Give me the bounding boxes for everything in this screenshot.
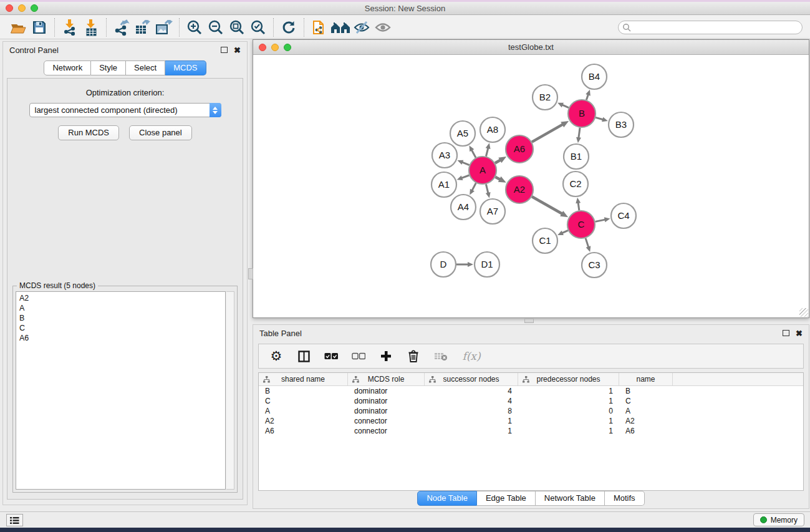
export-image-button[interactable] <box>153 17 175 37</box>
graph-edge[interactable] <box>595 117 604 120</box>
import-table-button[interactable] <box>80 17 102 37</box>
graph-edge[interactable] <box>595 220 606 222</box>
node-table: shared name MCDS role successor nodes pr… <box>258 372 804 491</box>
network-graph[interactable]: B4B2BB3A5A8A6B1A3AC2A1A2A4A7C4CC1C3DD1 <box>253 55 809 317</box>
close-panel-icon[interactable]: ✖ <box>796 329 803 337</box>
graph-node-label: A5 <box>457 128 468 138</box>
houses-icon <box>330 20 351 35</box>
optimization-criterion-dropdown[interactable]: largest connected component (directed) <box>29 103 221 117</box>
select-all-button[interactable] <box>324 349 339 364</box>
table-row[interactable]: C dominator 4 1 C <box>259 396 803 406</box>
search-field[interactable] <box>618 21 803 34</box>
show-columns-button[interactable] <box>296 349 311 364</box>
graph-edge[interactable] <box>532 124 563 142</box>
graph-edge[interactable] <box>486 147 488 157</box>
graph-edge[interactable] <box>532 196 562 214</box>
resize-grip-icon[interactable] <box>799 308 808 317</box>
graph-edge[interactable] <box>461 162 470 165</box>
run-mcds-button[interactable]: Run MCDS <box>58 125 119 140</box>
import-network-icon <box>62 19 78 36</box>
show-all-button[interactable] <box>372 17 393 37</box>
list-item[interactable]: A <box>19 303 225 313</box>
eye-slash-icon <box>353 20 370 35</box>
task-history-button[interactable] <box>6 514 23 526</box>
graph-edge[interactable] <box>461 175 469 178</box>
table-row[interactable]: B dominator 4 1 B <box>259 386 803 396</box>
table-row[interactable]: A6 connector 1 1 A6 <box>259 426 803 436</box>
table-row[interactable]: A2 connector 1 1 A2 <box>259 416 803 426</box>
list-item[interactable]: C <box>19 323 225 333</box>
list-item[interactable]: B <box>19 313 225 323</box>
tab-network-table[interactable]: Network Table <box>536 491 605 506</box>
tab-network[interactable]: Network <box>44 60 91 75</box>
graph-edge[interactable] <box>471 183 476 191</box>
zoom-fit-icon <box>229 19 245 36</box>
column-header-shared-name[interactable]: shared name <box>259 373 348 385</box>
close-panel-icon[interactable]: ✖ <box>234 46 241 54</box>
zoom-fit-button[interactable] <box>226 17 248 37</box>
float-panel-icon[interactable] <box>783 330 789 336</box>
fx-icon: f(x) <box>462 350 480 362</box>
graph-edge[interactable] <box>586 238 589 248</box>
graph-node-label: C3 <box>588 259 600 270</box>
graph-edge[interactable] <box>471 149 476 157</box>
table-panel-header: Table Panel ✖ <box>253 325 809 341</box>
save-session-button[interactable] <box>29 17 50 37</box>
destroy-table-button[interactable] <box>433 349 448 364</box>
column-header-predecessor-nodes[interactable]: predecessor nodes <box>518 373 619 385</box>
tab-select[interactable]: Select <box>126 60 165 75</box>
splitter-handle-bottom[interactable] <box>524 319 534 323</box>
zoom-in-button[interactable] <box>184 17 205 37</box>
memory-button[interactable]: Memory <box>753 513 804 526</box>
graph-edge[interactable] <box>578 202 579 210</box>
table-row[interactable]: A dominator 8 0 A <box>259 406 803 416</box>
search-input[interactable] <box>634 23 798 32</box>
graph-node-label: B4 <box>589 71 600 82</box>
home-layout-button[interactable] <box>330 17 351 37</box>
splitter-handle-left[interactable] <box>248 268 253 279</box>
zoom-selected-button[interactable] <box>248 17 269 37</box>
graph-edge-arrow-icon <box>576 198 581 203</box>
dropdown-stepper-icon[interactable] <box>210 103 221 117</box>
delete-column-button[interactable] <box>406 349 421 364</box>
add-column-button[interactable] <box>378 349 393 364</box>
tab-edge-table[interactable]: Edge Table <box>477 491 536 506</box>
status-bar: Memory <box>0 511 810 528</box>
graph-edge[interactable] <box>579 128 580 138</box>
memory-label: Memory <box>771 516 798 525</box>
network-view-window: testGlobe.txt B4B2BB3A5A8A6B1A3AC2A1A2A4… <box>253 39 809 318</box>
zoom-out-button[interactable] <box>205 17 226 37</box>
network-canvas[interactable]: B4B2BB3A5A8A6B1A3AC2A1A2A4A7C4CC1C3DD1 <box>253 55 809 317</box>
tab-style[interactable]: Style <box>91 60 126 75</box>
export-network-button[interactable] <box>111 17 132 37</box>
column-type-icon <box>523 376 529 383</box>
tab-mcds[interactable]: MCDS <box>165 60 206 75</box>
hide-selected-button[interactable] <box>351 17 372 37</box>
graph-node-label: A7 <box>487 206 498 216</box>
task-list-icon <box>10 516 19 525</box>
close-panel-button[interactable]: Close panel <box>129 125 192 140</box>
result-scrollbar[interactable] <box>226 291 234 490</box>
column-header-mcds-role[interactable]: MCDS role <box>348 373 425 385</box>
network-from-file-button[interactable] <box>309 17 330 37</box>
graph-edge-arrow-icon <box>586 90 591 96</box>
refresh-button[interactable] <box>278 17 299 37</box>
tab-node-table[interactable]: Node Table <box>417 491 477 506</box>
float-panel-icon[interactable] <box>221 47 228 53</box>
column-header-name[interactable]: name <box>619 373 673 385</box>
mcds-panel: Optimization criterion: largest connecte… <box>7 78 243 500</box>
open-folder-icon <box>10 20 27 35</box>
export-image-icon <box>155 19 173 36</box>
list-item[interactable]: A6 <box>19 333 225 343</box>
list-item[interactable]: A2 <box>19 293 225 303</box>
import-network-button[interactable] <box>59 17 80 37</box>
table-settings-button[interactable]: ⚙ <box>269 349 284 364</box>
tab-motifs[interactable]: Motifs <box>605 491 645 506</box>
graph-edge[interactable] <box>486 184 488 193</box>
network-window-title: testGlobe.txt <box>253 42 809 52</box>
column-header-successor-nodes[interactable]: successor nodes <box>425 373 518 385</box>
open-file-button[interactable] <box>7 17 29 37</box>
function-builder-button[interactable]: f(x) <box>461 349 482 364</box>
export-table-button[interactable] <box>132 17 153 37</box>
deselect-all-button[interactable] <box>351 349 366 364</box>
